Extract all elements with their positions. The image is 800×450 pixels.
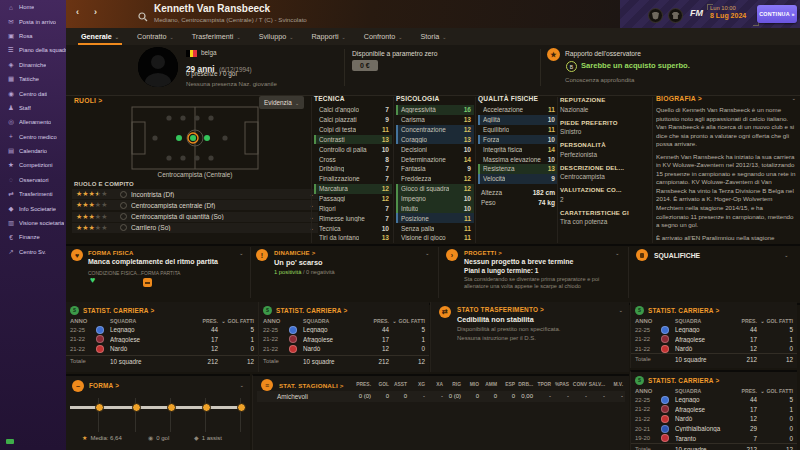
col-header-anno[interactable]: ANNO (70, 318, 96, 324)
club-crest-icon[interactable] (648, 8, 663, 23)
role-row[interactable]: ★★★★★ Centrocampista centrale (Df) ⌄ (72, 200, 318, 210)
chevron-down-icon[interactable]: ⌄ (615, 250, 620, 256)
panel-title[interactable]: FORMA > (89, 382, 119, 389)
chevron-down-icon[interactable]: ⌄ (784, 252, 789, 258)
sidebar-item[interactable]: ▣ Rosa (0, 29, 66, 43)
chevron-down-icon[interactable]: ⌄ (425, 250, 430, 256)
role-row[interactable]: ★★★★★ Incontrista (Df) ⌄ (72, 189, 318, 199)
sidebar-item[interactable]: ♟ Staff (0, 101, 66, 115)
seasonal-col-header[interactable]: MIO (461, 382, 479, 387)
form-point[interactable] (132, 403, 141, 412)
form-point[interactable] (167, 403, 176, 412)
sidebar-item[interactable]: ▤ Calendario (0, 144, 66, 158)
tab[interactable]: Contratto ⌄ (128, 28, 183, 45)
search-icon[interactable] (138, 8, 148, 26)
seasonal-col-header[interactable]: XG (407, 382, 425, 387)
role-row[interactable]: ★★★★★ Centrocampista di quantità (So) ⌄ (72, 212, 318, 222)
career-row[interactable]: 21-22 Nardò 12 0 (259, 344, 429, 354)
transfer-fee-badge[interactable]: 0 € (352, 60, 378, 71)
career-row[interactable]: 21-22 Nardò 12 0 (66, 344, 258, 354)
biography-title[interactable]: BIOGRAFIA > (656, 95, 702, 102)
col-header-pres[interactable]: PRES. (725, 388, 757, 394)
sidebar-item[interactable]: ◌ Osservatori (0, 173, 66, 187)
tab[interactable]: Trasferimenti ⌄ (183, 28, 250, 45)
sidebar-item[interactable]: ⇄ Trasferimenti (0, 187, 66, 201)
seasonal-col-header[interactable]: DRB... (515, 382, 533, 387)
sidebar-item[interactable]: ↗ Centro Sv. (0, 245, 66, 259)
col-header-gol[interactable]: GOL FATTI (766, 318, 793, 324)
career-row[interactable]: 22-25 Legnago 44 5 (259, 325, 429, 335)
seasonal-col-header[interactable]: AMM (479, 382, 497, 387)
career-row[interactable]: 22-25 Legnago 44 5 (66, 325, 258, 335)
chevron-down-icon[interactable]: ⌄ (239, 382, 244, 388)
sidebar-item[interactable]: ▥ Visione societaria (0, 216, 66, 230)
suspensions-panel-title[interactable]: SQUALIFICHE (654, 252, 700, 259)
col-header-gol[interactable]: GOL FATTI (398, 318, 425, 324)
seasonal-col-header[interactable]: M.V. (605, 382, 623, 387)
career-row[interactable]: 21-22 Afragolese 17 1 (631, 335, 797, 345)
col-header-squadra[interactable]: SQUADRA (110, 318, 186, 324)
career-row[interactable]: 20-21 Cynthialbalonga 29 0 (631, 424, 797, 434)
sidebar-item[interactable]: ◎ Allenamento (0, 115, 66, 129)
tab[interactable]: Sviluppo ⌄ (250, 28, 303, 45)
col-header-pres[interactable]: PRES. (725, 318, 757, 324)
seasonal-col-header[interactable]: ASST (389, 382, 407, 387)
tab[interactable]: Confronto ⌄ (355, 28, 412, 45)
fitness-panel-title[interactable]: FORMA FISICA (88, 250, 134, 256)
sidebar-item[interactable]: ⌂ Home (0, 0, 66, 14)
continue-button[interactable]: CONTINUA » (757, 5, 797, 23)
seasonal-col-header[interactable]: XA (425, 382, 443, 387)
seasonal-col-header[interactable]: CONV (569, 382, 587, 387)
seasonal-col-header[interactable]: %PAS (551, 382, 569, 387)
career-row[interactable]: 22-25 Legnago 44 5 (631, 325, 797, 335)
panel-title[interactable]: STATIST. CARRIERA > (648, 307, 719, 314)
role-row[interactable]: ★★★★★ Carrilero (So) ⌄ (72, 223, 318, 233)
career-row[interactable]: 19-20 Taranto 7 0 (631, 433, 797, 443)
seasonal-col-header[interactable]: SALV... (587, 382, 605, 387)
col-header-pres[interactable]: PRES. (357, 318, 389, 324)
chevron-down-icon[interactable]: ⌄ (239, 250, 244, 256)
chevron-down-icon[interactable]: ⌄ (791, 95, 796, 102)
form-point[interactable] (237, 403, 246, 412)
col-header-anno[interactable]: ANNO (635, 388, 661, 394)
panel-title[interactable]: STATO TRASFERIMENTO > (457, 306, 544, 313)
sidebar-item[interactable]: ✉ Posta in arrivo (0, 14, 66, 28)
sidebar-item[interactable]: ☰ Piano della squadra (0, 43, 66, 57)
panel-title[interactable]: STAT. STAGIONALI > (279, 382, 344, 389)
col-header-anno[interactable]: ANNO (635, 318, 661, 324)
tab[interactable]: Rapporti ⌄ (302, 28, 354, 45)
seasonal-col-header[interactable]: RIG (443, 382, 461, 387)
career-row[interactable]: 21-22 Afragolese 17 1 (631, 405, 797, 415)
col-header-squadra[interactable]: SQUADRA (675, 318, 725, 324)
panel-title[interactable]: STATIST. CARRIERA > (648, 377, 719, 384)
sidebar-item[interactable]: € Finanze (0, 230, 66, 244)
seasonal-col-header[interactable]: PRES. (353, 382, 371, 387)
form-point[interactable] (95, 403, 104, 412)
col-header-squadra[interactable]: SQUADRA (303, 318, 357, 324)
sidebar-item[interactable]: ◆ Info Societarie (0, 201, 66, 215)
col-header-gol[interactable]: GOL FATTI (227, 318, 254, 324)
col-header-anno[interactable]: ANNO (263, 318, 289, 324)
seasonal-col-header[interactable]: TPOR (533, 382, 551, 387)
career-row[interactable]: 22-25 Legnago 44 5 (631, 395, 797, 405)
sidebar-item[interactable]: + Centro medico (0, 130, 66, 144)
dynamics-panel-title[interactable]: DINAMICHE > (274, 250, 315, 256)
plans-panel-title[interactable]: PROGETTI > (464, 250, 502, 256)
sidebar-item[interactable]: ▦ Tattiche (0, 72, 66, 86)
sidebar-item[interactable]: ★ Competizioni (0, 158, 66, 172)
career-row[interactable]: 21-22 Afragolese 17 1 (66, 335, 258, 345)
career-row[interactable]: 21-22 Afragolese 17 1 (259, 335, 429, 345)
career-row[interactable]: 21-22 Nardò 12 0 (631, 344, 797, 353)
seasonal-col-header[interactable]: ESP (497, 382, 515, 387)
chevron-down-icon[interactable]: ⌄ (618, 307, 623, 313)
seasonal-col-header[interactable]: GOL (371, 382, 389, 387)
form-point[interactable] (202, 403, 211, 412)
col-header-squadra[interactable]: SQUADRA (675, 388, 725, 394)
kit-icon[interactable] (668, 8, 683, 23)
tab[interactable]: Storia ⌄ (412, 28, 456, 45)
col-header-pres[interactable]: PRES. (186, 318, 218, 324)
sidebar-item[interactable]: ◉ Centro dati (0, 86, 66, 100)
career-row[interactable]: 21-22 Nardò 12 0 (631, 414, 797, 424)
tab[interactable]: Generale ⌄ (72, 28, 128, 45)
highlight-dropdown[interactable]: Evidenzia ⌄ (259, 96, 304, 109)
